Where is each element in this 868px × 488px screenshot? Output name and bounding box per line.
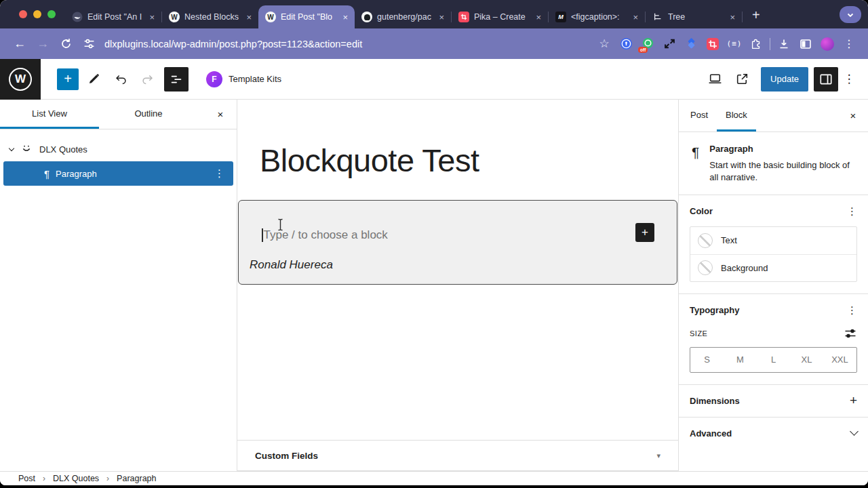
tree-item-paragraph-selected[interactable]: ¶ Paragraph ⋮ <box>3 161 233 186</box>
breadcrumb-item-post[interactable]: Post <box>18 474 35 483</box>
password-manager-extension-icon[interactable] <box>615 33 637 56</box>
font-size-option-xl[interactable]: XL <box>790 348 823 372</box>
block-tree: DLX Quotes ¶ Paragraph ⋮ <box>0 129 237 195</box>
close-icon[interactable]: × <box>148 12 156 22</box>
custom-fields-panel[interactable]: Custom Fields ▾ <box>237 440 678 471</box>
close-icon[interactable]: × <box>437 12 446 22</box>
tree-item-dlx-quotes[interactable]: DLX Quotes <box>3 139 233 159</box>
close-icon[interactable]: × <box>838 100 868 131</box>
editor-header: + Template Kits Update ⋮ <box>0 59 868 100</box>
size-settings-sliders-icon[interactable] <box>844 327 857 340</box>
post-title-field[interactable]: Blockquote Test <box>260 142 656 179</box>
close-icon[interactable]: × <box>245 12 253 22</box>
dimensions-panel-toggle[interactable]: Dimensions + <box>679 384 868 417</box>
new-tab-button[interactable]: + <box>752 8 760 22</box>
close-icon[interactable]: × <box>534 12 542 22</box>
background-color-row[interactable]: Background <box>690 254 856 281</box>
list-view-sidebar: List View Outline × DLX Quotes ¶ Paragra… <box>0 100 237 471</box>
advanced-panel-toggle[interactable]: Advanced <box>679 417 868 449</box>
tab-outline[interactable]: Outline <box>99 100 198 129</box>
paragraph-icon: ¶ <box>44 168 50 180</box>
bookmark-star-icon[interactable]: ☆ <box>593 33 615 56</box>
github-icon <box>361 12 372 22</box>
font-size-option-xxl[interactable]: XXL <box>823 348 856 372</box>
close-icon[interactable]: × <box>728 12 736 22</box>
block-name: Paragraph <box>709 144 853 154</box>
text-color-row[interactable]: Text <box>690 227 856 254</box>
site-settings-icon[interactable] <box>77 33 100 56</box>
ibeam-mouse-cursor <box>277 218 284 234</box>
forward-icon[interactable]: → <box>31 33 54 56</box>
browser-tab-gutenberg[interactable]: gutenberg/pac × <box>355 5 451 28</box>
close-icon[interactable]: × <box>341 12 349 22</box>
wordpress-admin-button[interactable] <box>0 59 41 100</box>
profile-avatar[interactable] <box>816 33 838 56</box>
tab-search-chevron-button[interactable] <box>840 6 861 23</box>
reload-icon[interactable] <box>54 33 77 56</box>
extensions-puzzle-icon[interactable] <box>745 33 767 56</box>
breadcrumb-item-dlx-quotes[interactable]: DLX Quotes <box>53 474 99 483</box>
window-zoom-button[interactable] <box>47 10 56 18</box>
fullscreen-extension-icon[interactable] <box>658 33 680 56</box>
dlx-quotes-block[interactable]: Type / to choose a block + Ronald Huerec… <box>238 200 677 285</box>
tab-block[interactable]: Block <box>717 100 756 131</box>
tab-title: Edit Post "An I <box>87 12 143 22</box>
address-bar[interactable]: dlxplugins.local/wp-admin/post.php?post=… <box>104 39 593 49</box>
back-icon[interactable]: ← <box>8 33 31 56</box>
undo-icon[interactable] <box>108 67 133 92</box>
downloads-icon[interactable] <box>773 33 795 56</box>
font-size-option-l[interactable]: L <box>757 348 790 372</box>
browser-tab-edit-post-active[interactable]: Edit Post "Blo × <box>258 5 355 28</box>
close-icon[interactable]: × <box>204 100 237 129</box>
browser-tab-pika[interactable]: Pika – Create × <box>452 5 548 28</box>
editor-options-kebab-icon[interactable]: ⋮ <box>838 72 860 86</box>
typography-options-kebab-icon[interactable]: ⋮ <box>847 304 857 317</box>
update-button[interactable]: Update <box>761 67 808 92</box>
color-options-kebab-icon[interactable]: ⋮ <box>847 205 857 218</box>
browser-menu-kebab-icon[interactable]: ⋮ <box>838 33 860 56</box>
block-description: Start with the basic building block of a… <box>709 159 853 184</box>
editor-canvas: Blockquote Test Type / to choose a block… <box>237 100 678 471</box>
browser-tab-tree[interactable]: Tree × <box>646 5 742 28</box>
chevron-down-icon <box>850 428 859 436</box>
side-panel-icon[interactable] <box>795 33 816 56</box>
blocker-off-extension-icon[interactable]: off <box>637 33 658 56</box>
pika-extension-icon[interactable] <box>702 33 724 56</box>
template-kits-icon[interactable] <box>206 71 222 87</box>
view-post-external-icon[interactable] <box>730 67 754 92</box>
advanced-panel-title: Advanced <box>690 428 851 439</box>
code-extension-icon[interactable]: (≡) <box>724 33 745 56</box>
chevron-down-icon[interactable] <box>9 145 14 150</box>
block-options-kebab-icon[interactable]: ⋮ <box>214 167 233 180</box>
color-panel-title: Color <box>690 206 713 216</box>
browser-tab-figcaption[interactable]: <figcaption>: × <box>549 5 645 28</box>
tab-title: Edit Post "Blo <box>281 12 336 22</box>
window-close-button[interactable] <box>19 10 27 18</box>
tab-list: Edit Post "An I × Nested Blocks × Edit P… <box>65 0 743 28</box>
browser-tab-edit-post-1[interactable]: Edit Post "An I × <box>65 5 161 28</box>
window-minimize-button[interactable] <box>33 10 41 18</box>
font-size-option-m[interactable]: M <box>724 348 757 372</box>
tree-item-label: DLX Quotes <box>39 144 87 155</box>
tools-pencil-icon[interactable] <box>81 67 106 92</box>
typography-panel: Typography ⋮ SIZE S M L XL XXL <box>679 293 868 384</box>
preview-device-icon[interactable] <box>703 67 727 92</box>
redo-icon[interactable] <box>136 67 160 92</box>
font-size-option-s[interactable]: S <box>690 348 724 372</box>
template-kits-label[interactable]: Template Kits <box>229 74 281 84</box>
site-icon <box>72 12 83 22</box>
browser-tab-nested-blocks[interactable]: Nested Blocks × <box>162 5 258 28</box>
browser-tab-strip: Edit Post "An I × Nested Blocks × Edit P… <box>0 0 868 28</box>
close-icon[interactable]: × <box>631 12 639 22</box>
list-view-toggle-button[interactable] <box>164 67 189 92</box>
tags-extension-icon[interactable] <box>680 33 702 56</box>
quote-citation-field[interactable]: Ronald Huereca <box>250 258 333 272</box>
breadcrumb-item-paragraph[interactable]: Paragraph <box>117 474 156 483</box>
block-append-button[interactable]: + <box>635 223 654 242</box>
block-inserter-button[interactable]: + <box>57 68 79 90</box>
pika-icon <box>458 12 469 22</box>
tab-post[interactable]: Post <box>682 100 717 131</box>
settings-sidebar-toggle-button[interactable] <box>814 67 838 92</box>
tab-list-view[interactable]: List View <box>0 100 99 129</box>
editor-body: List View Outline × DLX Quotes ¶ Paragra… <box>0 100 868 471</box>
